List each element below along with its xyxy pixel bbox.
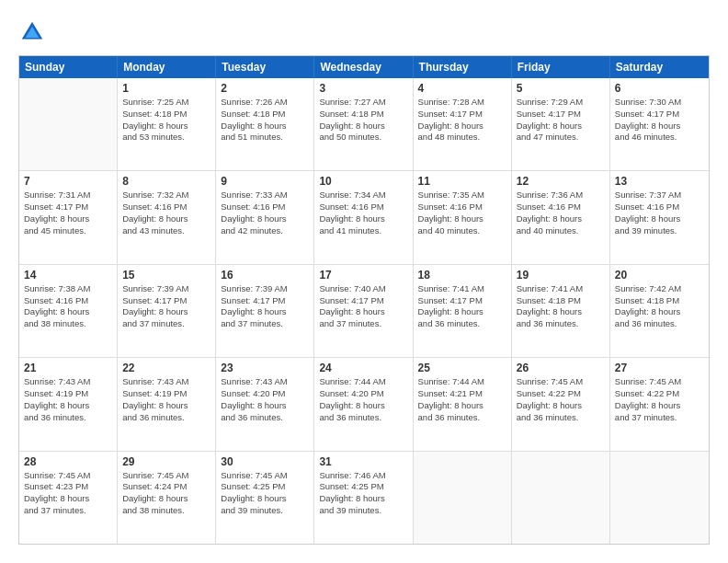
calendar-cell: 3Sunrise: 7:27 AM Sunset: 4:18 PM Daylig… [314, 78, 413, 170]
day-number: 29 [122, 455, 210, 468]
cell-content: Sunrise: 7:28 AM Sunset: 4:17 PM Dayligh… [418, 97, 506, 144]
calendar-cell: 31Sunrise: 7:46 AM Sunset: 4:25 PM Dayli… [314, 452, 413, 544]
page: SundayMondayTuesdayWednesdayThursdayFrid… [0, 0, 728, 563]
calendar-cell: 23Sunrise: 7:43 AM Sunset: 4:20 PM Dayli… [216, 358, 314, 450]
cell-content: Sunrise: 7:45 AM Sunset: 4:22 PM Dayligh… [615, 376, 704, 423]
day-number: 27 [615, 362, 704, 374]
day-number: 19 [517, 269, 605, 282]
day-number: 11 [418, 175, 506, 188]
cell-content: Sunrise: 7:46 AM Sunset: 4:25 PM Dayligh… [319, 470, 407, 517]
cell-content: Sunrise: 7:37 AM Sunset: 4:16 PM Dayligh… [615, 190, 704, 236]
calendar-cell: 8Sunrise: 7:32 AM Sunset: 4:16 PM Daylig… [118, 171, 216, 263]
day-number: 8 [122, 175, 210, 188]
day-number: 18 [418, 269, 506, 282]
calendar-body: 1Sunrise: 7:25 AM Sunset: 4:18 PM Daylig… [19, 78, 709, 544]
cell-content: Sunrise: 7:45 AM Sunset: 4:25 PM Dayligh… [221, 470, 309, 517]
cell-content: Sunrise: 7:26 AM Sunset: 4:18 PM Dayligh… [221, 97, 309, 144]
day-number: 9 [221, 175, 309, 188]
calendar-day-header: Wednesday [314, 56, 413, 78]
calendar-cell [19, 78, 118, 170]
calendar-cell: 17Sunrise: 7:40 AM Sunset: 4:17 PM Dayli… [314, 265, 413, 357]
day-number: 26 [517, 362, 605, 374]
cell-content: Sunrise: 7:35 AM Sunset: 4:16 PM Dayligh… [418, 190, 506, 236]
calendar-cell: 6Sunrise: 7:30 AM Sunset: 4:17 PM Daylig… [610, 78, 709, 170]
calendar-cell: 18Sunrise: 7:41 AM Sunset: 4:17 PM Dayli… [414, 265, 512, 357]
calendar-row: 14Sunrise: 7:38 AM Sunset: 4:16 PM Dayli… [19, 264, 709, 357]
calendar-cell: 11Sunrise: 7:35 AM Sunset: 4:16 PM Dayli… [414, 171, 512, 263]
calendar-day-header: Monday [118, 56, 216, 78]
cell-content: Sunrise: 7:41 AM Sunset: 4:17 PM Dayligh… [418, 283, 506, 330]
cell-content: Sunrise: 7:34 AM Sunset: 4:16 PM Dayligh… [319, 190, 407, 236]
cell-content: Sunrise: 7:45 AM Sunset: 4:22 PM Dayligh… [517, 376, 605, 423]
calendar-cell [414, 452, 512, 544]
day-number: 12 [517, 175, 605, 188]
day-number: 30 [221, 455, 309, 468]
cell-content: Sunrise: 7:39 AM Sunset: 4:17 PM Dayligh… [122, 283, 210, 330]
calendar-cell [512, 452, 610, 544]
cell-content: Sunrise: 7:39 AM Sunset: 4:17 PM Dayligh… [221, 283, 309, 330]
day-number: 1 [122, 82, 210, 95]
calendar-cell: 25Sunrise: 7:44 AM Sunset: 4:21 PM Dayli… [414, 358, 512, 450]
cell-content: Sunrise: 7:27 AM Sunset: 4:18 PM Dayligh… [319, 97, 407, 144]
logo [18, 18, 50, 46]
day-number: 16 [221, 269, 309, 282]
day-number: 4 [418, 82, 506, 95]
day-number: 31 [319, 455, 407, 468]
calendar-cell: 4Sunrise: 7:28 AM Sunset: 4:17 PM Daylig… [414, 78, 512, 170]
day-number: 6 [615, 82, 704, 95]
cell-content: Sunrise: 7:43 AM Sunset: 4:20 PM Dayligh… [221, 376, 309, 423]
calendar-cell: 13Sunrise: 7:37 AM Sunset: 4:16 PM Dayli… [610, 171, 709, 263]
calendar-day-header: Sunday [19, 56, 118, 78]
calendar-cell: 21Sunrise: 7:43 AM Sunset: 4:19 PM Dayli… [19, 358, 118, 450]
calendar: SundayMondayTuesdayWednesdayThursdayFrid… [18, 55, 710, 545]
day-number: 13 [615, 175, 704, 188]
logo-icon [18, 18, 46, 46]
calendar-cell: 1Sunrise: 7:25 AM Sunset: 4:18 PM Daylig… [118, 78, 216, 170]
calendar-row: 7Sunrise: 7:31 AM Sunset: 4:17 PM Daylig… [19, 170, 709, 263]
day-number: 21 [24, 362, 112, 374]
cell-content: Sunrise: 7:31 AM Sunset: 4:17 PM Dayligh… [24, 190, 112, 236]
cell-content: Sunrise: 7:45 AM Sunset: 4:24 PM Dayligh… [122, 470, 210, 517]
day-number: 25 [418, 362, 506, 374]
calendar-cell: 7Sunrise: 7:31 AM Sunset: 4:17 PM Daylig… [19, 171, 118, 263]
header [18, 18, 710, 46]
calendar-cell: 15Sunrise: 7:39 AM Sunset: 4:17 PM Dayli… [118, 265, 216, 357]
day-number: 5 [517, 82, 605, 95]
cell-content: Sunrise: 7:42 AM Sunset: 4:18 PM Dayligh… [615, 283, 704, 330]
day-number: 15 [122, 269, 210, 282]
day-number: 23 [221, 362, 309, 374]
calendar-day-header: Saturday [610, 56, 709, 78]
calendar-cell: 16Sunrise: 7:39 AM Sunset: 4:17 PM Dayli… [216, 265, 314, 357]
calendar-cell: 28Sunrise: 7:45 AM Sunset: 4:23 PM Dayli… [19, 452, 118, 544]
calendar-cell: 30Sunrise: 7:45 AM Sunset: 4:25 PM Dayli… [216, 452, 314, 544]
calendar-header: SundayMondayTuesdayWednesdayThursdayFrid… [19, 56, 709, 78]
cell-content: Sunrise: 7:43 AM Sunset: 4:19 PM Dayligh… [24, 376, 112, 423]
calendar-cell: 10Sunrise: 7:34 AM Sunset: 4:16 PM Dayli… [314, 171, 413, 263]
calendar-cell: 2Sunrise: 7:26 AM Sunset: 4:18 PM Daylig… [216, 78, 314, 170]
calendar-cell: 5Sunrise: 7:29 AM Sunset: 4:17 PM Daylig… [512, 78, 610, 170]
calendar-day-header: Friday [512, 56, 610, 78]
cell-content: Sunrise: 7:38 AM Sunset: 4:16 PM Dayligh… [24, 283, 112, 330]
cell-content: Sunrise: 7:44 AM Sunset: 4:20 PM Dayligh… [319, 376, 407, 423]
calendar-cell: 26Sunrise: 7:45 AM Sunset: 4:22 PM Dayli… [512, 358, 610, 450]
calendar-cell: 14Sunrise: 7:38 AM Sunset: 4:16 PM Dayli… [19, 265, 118, 357]
calendar-cell: 27Sunrise: 7:45 AM Sunset: 4:22 PM Dayli… [610, 358, 709, 450]
cell-content: Sunrise: 7:32 AM Sunset: 4:16 PM Dayligh… [122, 190, 210, 236]
calendar-cell: 29Sunrise: 7:45 AM Sunset: 4:24 PM Dayli… [118, 452, 216, 544]
calendar-row: 1Sunrise: 7:25 AM Sunset: 4:18 PM Daylig… [19, 78, 709, 170]
calendar-cell: 20Sunrise: 7:42 AM Sunset: 4:18 PM Dayli… [610, 265, 709, 357]
cell-content: Sunrise: 7:44 AM Sunset: 4:21 PM Dayligh… [418, 376, 506, 423]
calendar-row: 28Sunrise: 7:45 AM Sunset: 4:23 PM Dayli… [19, 451, 709, 544]
calendar-cell: 24Sunrise: 7:44 AM Sunset: 4:20 PM Dayli… [314, 358, 413, 450]
cell-content: Sunrise: 7:43 AM Sunset: 4:19 PM Dayligh… [122, 376, 210, 423]
calendar-day-header: Thursday [414, 56, 512, 78]
calendar-day-header: Tuesday [216, 56, 314, 78]
cell-content: Sunrise: 7:45 AM Sunset: 4:23 PM Dayligh… [24, 470, 112, 517]
cell-content: Sunrise: 7:33 AM Sunset: 4:16 PM Dayligh… [221, 190, 309, 236]
day-number: 24 [319, 362, 407, 374]
day-number: 10 [319, 175, 407, 188]
day-number: 2 [221, 82, 309, 95]
cell-content: Sunrise: 7:41 AM Sunset: 4:18 PM Dayligh… [517, 283, 605, 330]
calendar-row: 21Sunrise: 7:43 AM Sunset: 4:19 PM Dayli… [19, 357, 709, 450]
calendar-cell [610, 452, 709, 544]
